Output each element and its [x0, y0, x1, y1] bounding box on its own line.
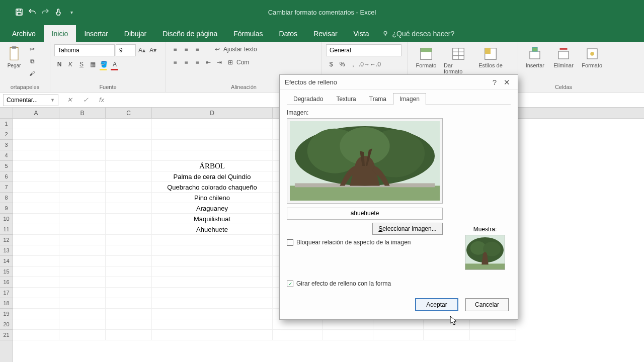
help-icon[interactable]: ?	[489, 76, 501, 88]
row-header[interactable]: 1	[0, 119, 13, 129]
cell[interactable]	[59, 203, 106, 214]
aceptar-button[interactable]: Aceptar	[415, 298, 458, 311]
cell[interactable]	[59, 224, 106, 235]
tab-textura[interactable]: Textura	[330, 93, 362, 105]
tab-archivo[interactable]: Archivo	[4, 25, 44, 42]
tab-degradado[interactable]: Degradado	[287, 93, 330, 105]
cell[interactable]	[13, 288, 59, 298]
cell[interactable]	[13, 119, 59, 129]
format-cells-button[interactable]: Formato	[579, 44, 605, 68]
cell[interactable]	[59, 129, 106, 140]
cell[interactable]	[106, 214, 152, 224]
row-header[interactable]: 2	[0, 129, 13, 140]
row-header[interactable]: 12	[0, 235, 13, 245]
column-header[interactable]: D	[152, 108, 273, 118]
cell[interactable]	[152, 319, 273, 330]
cell[interactable]	[13, 266, 59, 277]
cell[interactable]	[13, 203, 59, 214]
paste-button[interactable]: Pegar	[4, 44, 24, 69]
row-header[interactable]: 18	[0, 298, 13, 309]
cell[interactable]	[106, 140, 152, 150]
dialog-titlebar[interactable]: Efectos de relleno ? ✕	[280, 75, 518, 90]
tab-imagen[interactable]: Imagen	[393, 93, 426, 105]
cell-styles-button[interactable]: Estilos de	[476, 44, 505, 68]
cell[interactable]: Ahuehuete	[152, 224, 273, 235]
row-header[interactable]: 7	[0, 182, 13, 193]
italic-button[interactable]: K	[65, 59, 75, 69]
increase-indent-icon[interactable]: ⇥	[214, 57, 224, 67]
decrease-decimal-icon[interactable]: ←.0	[370, 59, 380, 69]
image-name-field[interactable]: ahuehuete	[287, 208, 443, 220]
insert-cells-button[interactable]: Insertar	[522, 44, 548, 68]
redo-icon[interactable]	[40, 7, 50, 17]
cell[interactable]	[106, 256, 152, 266]
cell[interactable]	[152, 277, 273, 288]
chevron-down-icon[interactable]: ▼	[50, 98, 55, 103]
font-name-select[interactable]: Tahoma	[54, 44, 115, 56]
cell[interactable]	[59, 161, 106, 171]
row-header[interactable]: 10	[0, 214, 13, 224]
tab-formulas[interactable]: Fórmulas	[225, 25, 271, 42]
cell[interactable]	[59, 171, 106, 182]
row-header[interactable]: 8	[0, 193, 13, 203]
cell[interactable]	[13, 140, 59, 150]
row-header[interactable]: 20	[0, 319, 13, 330]
cell[interactable]	[152, 266, 273, 277]
cell[interactable]	[106, 129, 152, 140]
cell[interactable]	[106, 319, 152, 330]
cell[interactable]	[470, 319, 516, 330]
cell[interactable]	[59, 214, 106, 224]
cell[interactable]	[13, 214, 59, 224]
align-right-icon[interactable]: ≡	[192, 57, 202, 67]
row-header[interactable]: 17	[0, 288, 13, 298]
row-header[interactable]: 11	[0, 224, 13, 235]
number-format-select[interactable]: General	[326, 44, 401, 56]
cell[interactable]	[106, 182, 152, 193]
cell[interactable]: Maquilishuat	[152, 214, 273, 224]
cell[interactable]	[13, 298, 59, 309]
cell[interactable]: Palma de cera del Quindío	[152, 171, 273, 182]
tab-vista[interactable]: Vista	[346, 25, 377, 42]
cell[interactable]	[152, 150, 273, 161]
cell[interactable]	[13, 182, 59, 193]
increase-font-icon[interactable]: A▴	[137, 45, 147, 55]
cell[interactable]	[59, 140, 106, 150]
decrease-indent-icon[interactable]: ⇤	[203, 57, 213, 67]
cell[interactable]	[106, 224, 152, 235]
cell[interactable]	[152, 119, 273, 129]
select-image-button[interactable]: Seleccionar imagen...	[372, 223, 443, 235]
accept-edit-icon[interactable]: ✓	[82, 96, 90, 104]
cell[interactable]	[152, 330, 273, 340]
row-header[interactable]: 4	[0, 150, 13, 161]
cell[interactable]	[106, 235, 152, 245]
touch-mode-icon[interactable]	[53, 7, 63, 17]
align-left-icon[interactable]: ≡	[170, 57, 180, 67]
cell[interactable]	[152, 309, 273, 319]
cell[interactable]	[59, 235, 106, 245]
cell[interactable]	[152, 298, 273, 309]
tab-trama[interactable]: Trama	[363, 93, 393, 105]
underline-button[interactable]: S	[76, 59, 87, 69]
cell[interactable]	[13, 235, 59, 245]
cell[interactable]	[106, 245, 152, 256]
cell[interactable]	[106, 150, 152, 161]
font-size-select[interactable]: 9	[116, 44, 136, 56]
cell[interactable]	[59, 182, 106, 193]
cell[interactable]: Quebracho colorado chaqueño	[152, 182, 273, 193]
cell[interactable]	[106, 288, 152, 298]
cell[interactable]: ÁRBOL	[152, 161, 273, 171]
cell[interactable]	[13, 319, 59, 330]
tell-me-search[interactable]: ¿Qué desea hacer?	[377, 25, 459, 42]
row-header[interactable]: 21	[0, 330, 13, 340]
cell[interactable]	[59, 256, 106, 266]
column-header[interactable]: C	[106, 108, 152, 118]
cell[interactable]	[59, 150, 106, 161]
tab-revisar[interactable]: Revisar	[305, 25, 345, 42]
row-header[interactable]: 5	[0, 161, 13, 171]
cell[interactable]	[106, 119, 152, 129]
cell[interactable]	[13, 193, 59, 203]
align-middle-icon[interactable]: ≡	[181, 44, 191, 54]
row-header[interactable]: 13	[0, 245, 13, 256]
cell[interactable]	[106, 161, 152, 171]
delete-cells-button[interactable]: Eliminar	[551, 44, 577, 68]
